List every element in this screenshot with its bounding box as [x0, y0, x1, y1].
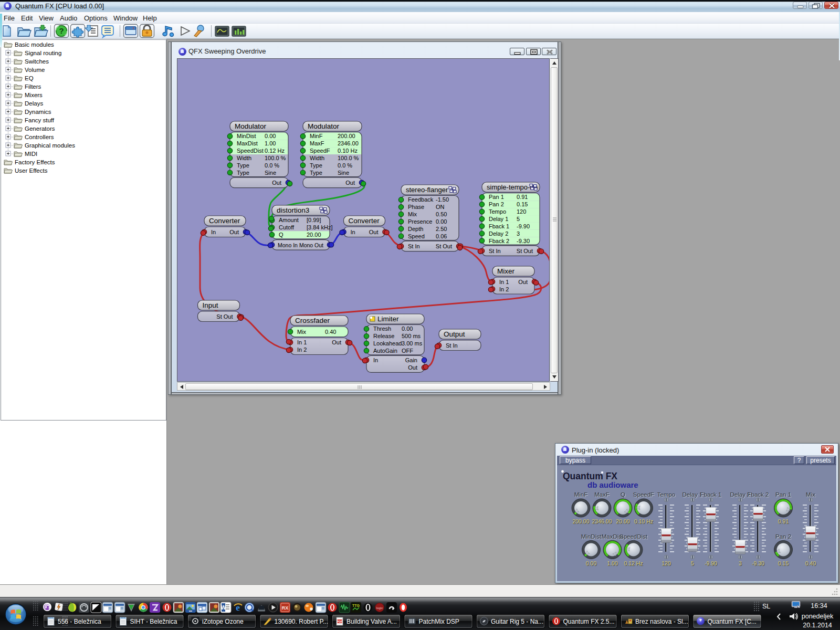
- svg-text:Pan 1: Pan 1: [489, 194, 504, 200]
- svg-text:5: 5: [517, 216, 520, 222]
- svg-text:Width: Width: [237, 155, 251, 161]
- svg-text:Speed: Speed: [408, 233, 425, 239]
- svg-text:Amount: Amount: [279, 217, 299, 223]
- svg-text:Generators: Generators: [25, 125, 55, 132]
- svg-text:Converter: Converter: [349, 217, 380, 225]
- svg-text:Gain: Gain: [405, 357, 417, 363]
- svg-text:St Out: St Out: [216, 313, 233, 320]
- svg-text:St In: St In: [408, 243, 420, 249]
- svg-text:200.00: 200.00: [338, 133, 355, 139]
- svg-text:Tempo: Tempo: [657, 491, 676, 498]
- svg-text:Input: Input: [203, 301, 218, 309]
- svg-text:Feedback: Feedback: [408, 196, 434, 203]
- svg-text:0.12 Hz: 0.12 Hz: [624, 560, 643, 566]
- svg-text:Q: Q: [621, 491, 625, 498]
- svg-text:PDF: PDF: [337, 620, 343, 623]
- svg-text:200.00: 200.00: [572, 518, 589, 524]
- svg-text:Width: Width: [310, 155, 324, 161]
- svg-text:Graphical modules: Graphical modules: [25, 142, 75, 149]
- svg-text:MinDist: MinDist: [237, 133, 256, 139]
- svg-text:Mono In: Mono In: [278, 242, 298, 248]
- svg-text:St In: St In: [446, 342, 458, 349]
- svg-text:Factory Effects: Factory Effects: [15, 159, 55, 165]
- svg-text:Pan 2: Pan 2: [775, 533, 791, 540]
- svg-text:0.00: 0.00: [436, 218, 447, 225]
- svg-text:-9.30: -9.30: [517, 238, 530, 244]
- svg-text:Mixer: Mixer: [497, 267, 515, 275]
- svg-text:Basic modules: Basic modules: [15, 41, 54, 48]
- svg-text:OFF: OFF: [402, 348, 413, 354]
- svg-text:MinDist: MinDist: [581, 533, 602, 540]
- svg-text:Fback 1: Fback 1: [489, 223, 509, 229]
- svg-text:0.91: 0.91: [778, 518, 789, 524]
- svg-text:Fback 2: Fback 2: [748, 491, 769, 498]
- svg-text:0.10 Hz: 0.10 Hz: [338, 148, 358, 154]
- svg-text:Modulator: Modulator: [235, 122, 267, 130]
- svg-text:Out: Out: [345, 180, 355, 186]
- svg-text:In: In: [373, 357, 378, 363]
- svg-text:In: In: [351, 229, 355, 235]
- svg-text:1.00: 1.00: [607, 560, 618, 566]
- svg-text:3: 3: [517, 230, 520, 237]
- svg-text:MaxDist: MaxDist: [237, 140, 258, 146]
- svg-text:logic: logic: [376, 606, 383, 610]
- svg-text:In: In: [211, 229, 216, 235]
- svg-text:Type: Type: [310, 162, 322, 169]
- svg-text:SIHT - Beležnica: SIHT - Beležnica: [130, 618, 177, 625]
- svg-text:-9.30: -9.30: [752, 560, 764, 566]
- svg-text:20.00: 20.00: [307, 232, 321, 238]
- svg-text:Sine: Sine: [338, 170, 349, 176]
- svg-text:Building Valve A...: Building Valve A...: [346, 618, 397, 625]
- svg-text:0.00: 0.00: [265, 133, 276, 139]
- svg-text:0.00: 0.00: [402, 326, 413, 332]
- svg-text:iZotope Ozone: iZotope Ozone: [202, 618, 244, 625]
- svg-text:Fancy stuff: Fancy stuff: [25, 117, 55, 123]
- svg-text:ON: ON: [436, 204, 445, 210]
- svg-text:SpeedDist: SpeedDist: [237, 148, 264, 154]
- svg-text:Type: Type: [237, 162, 249, 169]
- svg-text:Type: Type: [237, 170, 249, 176]
- svg-text:100.0 %: 100.0 %: [338, 155, 359, 161]
- svg-text:Converter: Converter: [209, 217, 240, 225]
- svg-text:556 - Beležnica: 556 - Beležnica: [58, 618, 101, 625]
- svg-text:5: 5: [691, 560, 694, 566]
- svg-text:Fback 1: Fback 1: [700, 491, 722, 498]
- svg-text:Out: Out: [229, 229, 239, 235]
- svg-text:0.50: 0.50: [436, 211, 447, 217]
- svg-text:Type: Type: [310, 170, 322, 176]
- svg-text:0.40: 0.40: [805, 560, 816, 566]
- svg-text:3: 3: [739, 560, 742, 566]
- svg-text:Quantum FX: Quantum FX: [563, 471, 617, 481]
- svg-text:120: 120: [517, 208, 526, 215]
- svg-text:?: ?: [59, 26, 64, 35]
- svg-text:Out: Out: [408, 364, 417, 371]
- svg-text:Controllers: Controllers: [25, 134, 54, 140]
- svg-text:Limiter: Limiter: [377, 315, 399, 323]
- svg-text:100.0 %: 100.0 %: [265, 155, 286, 161]
- svg-text:-1.50: -1.50: [436, 196, 449, 203]
- svg-text:Pan 2: Pan 2: [489, 201, 504, 207]
- svg-text:130690. Robert P...: 130690. Robert P...: [275, 618, 329, 625]
- svg-text:Out: Out: [332, 339, 341, 345]
- svg-text:Cutoff: Cutoff: [279, 224, 295, 230]
- svg-text:Mix: Mix: [806, 491, 815, 498]
- svg-text:Sine: Sine: [265, 170, 276, 176]
- svg-text:2346.00: 2346.00: [338, 140, 359, 146]
- svg-text:0.00: 0.00: [586, 560, 597, 566]
- svg-text:0.0 %: 0.0 %: [338, 162, 352, 169]
- svg-text:Guitar Rig 5 - Na...: Guitar Rig 5 - Na...: [491, 618, 543, 625]
- svg-text:0.0 %: 0.0 %: [265, 162, 279, 169]
- svg-text:Quantum FX 2.5...: Quantum FX 2.5...: [563, 618, 615, 625]
- svg-text:0.40: 0.40: [325, 329, 336, 335]
- svg-text:Delay 1: Delay 1: [489, 216, 508, 222]
- svg-text:120: 120: [662, 560, 671, 566]
- svg-text:Lookahead: Lookahead: [373, 340, 402, 346]
- svg-text:-9.90: -9.90: [705, 560, 717, 566]
- svg-text:Mono Out: Mono Out: [299, 242, 323, 248]
- svg-text:20.00: 20.00: [616, 518, 629, 524]
- svg-text:Phase: Phase: [408, 204, 424, 210]
- svg-text:MaxF: MaxF: [310, 140, 324, 146]
- svg-text:db audioware: db audioware: [587, 480, 638, 489]
- svg-text:Signal routing: Signal routing: [25, 50, 61, 56]
- svg-text:St Out: St Out: [436, 243, 452, 249]
